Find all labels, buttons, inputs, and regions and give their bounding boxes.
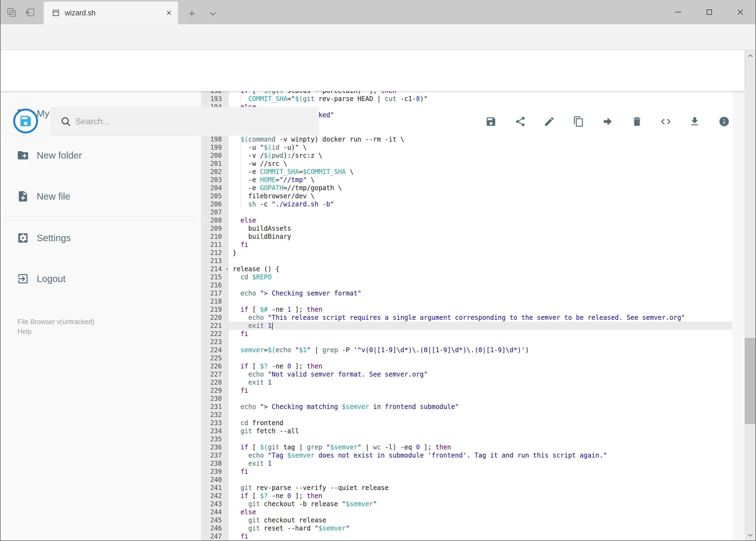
code-line[interactable]: 219 if [ $# -ne 1 ]; then <box>201 305 732 313</box>
code-line-text[interactable]: cd frontend <box>229 419 732 427</box>
code-line-text[interactable]: echo "Not valid semver format. See semve… <box>229 370 732 378</box>
code-line[interactable]: 236 if [ $(git tag | grep "$semver" | wc… <box>201 443 732 451</box>
code-line[interactable]: 214▾release () { <box>201 265 732 273</box>
code-line[interactable]: 222 fi <box>201 330 732 338</box>
code-line[interactable]: 238 exit 1 <box>201 459 732 467</box>
filebrowser-logo[interactable] <box>13 109 38 134</box>
code-line-text[interactable]: else <box>229 508 732 516</box>
code-line-text[interactable]: echo "> Checking matching $semver in fro… <box>229 403 732 411</box>
code-line[interactable]: 204 -e GOPATH=//tmp/gopath \ <box>201 184 732 192</box>
code-line-text[interactable]: if [ $# -ne 1 ]; then <box>229 305 732 313</box>
code-line-text[interactable]: buildAssets <box>229 225 732 233</box>
code-line-text[interactable]: git checkout release <box>229 516 732 524</box>
code-line-text[interactable] <box>229 338 732 346</box>
code-line-text[interactable]: git checkout -b release "$semver" <box>229 500 732 508</box>
code-line-text[interactable]: if [ $? -ne 0 ]; then <box>229 362 732 370</box>
code-line[interactable]: 212} <box>201 249 732 257</box>
code-line[interactable]: 209 buildAssets <box>201 225 732 233</box>
code-line-text[interactable] <box>229 411 732 419</box>
code-line-text[interactable]: echo "> Checking semver format" <box>229 289 732 297</box>
code-line[interactable]: 203 -e HOME="//tmp" \ <box>201 176 732 184</box>
code-line[interactable]: 240 <box>201 476 732 484</box>
code-line-text[interactable]: filebrowser/dev \ <box>229 192 732 200</box>
code-line[interactable]: 210 buildBinary <box>201 233 732 241</box>
code-line[interactable]: 198 $(command -v winpty) docker run --rm… <box>201 135 732 144</box>
maximize-button[interactable] <box>697 0 722 24</box>
code-line[interactable]: 239 fi <box>201 467 732 476</box>
scroll-down-icon[interactable] <box>745 529 756 541</box>
code-line-text[interactable] <box>229 435 732 443</box>
save-icon[interactable] <box>485 116 497 128</box>
code-line[interactable]: 202 -e COMMIT_SHA=$COMMIT_SHA \ <box>201 168 732 176</box>
code-line[interactable]: 208 else <box>201 216 732 225</box>
code-line-text[interactable]: -e GOPATH=//tmp/gopath \ <box>229 184 732 192</box>
code-line-text[interactable]: fi <box>229 467 732 476</box>
code-line-text[interactable]: -e COMMIT_SHA=$COMMIT_SHA \ <box>229 168 732 176</box>
code-line-text[interactable]: buildBinary <box>229 233 732 241</box>
code-line[interactable]: 193 COMMIT_SHA="$(git rev-parse HEAD | c… <box>201 95 732 103</box>
code-line-text[interactable]: git reset --hard "$semver" <box>229 524 732 532</box>
code-line[interactable]: 211 fi <box>201 241 732 249</box>
code-line[interactable]: 220 echo "This release script requires a… <box>201 313 732 322</box>
editor-scroll-track[interactable] <box>732 91 745 541</box>
code-line-text[interactable] <box>229 395 732 403</box>
code-line[interactable]: 234 git fetch --all <box>201 427 732 435</box>
code-line-text[interactable]: echo "Tag $semver does not exist in subm… <box>229 451 732 459</box>
code-line[interactable]: 199 -u "$(id -u)" \ <box>201 144 732 152</box>
code-icon[interactable] <box>660 116 672 128</box>
new-tab-icon[interactable] <box>184 6 200 21</box>
code-line[interactable]: 227 echo "Not valid semver format. See s… <box>201 370 732 378</box>
code-line-text[interactable]: release () { <box>229 265 732 273</box>
code-line[interactable]: 242 if [ $? -ne 0 ]; then <box>201 492 732 500</box>
sidebar-item-settings[interactable]: Settings <box>1 226 200 250</box>
code-line-text[interactable]: -u "$(id -u)" \ <box>229 144 732 152</box>
delete-icon[interactable] <box>631 116 643 128</box>
code-line[interactable]: 243 git checkout -b release "$semver" <box>201 500 732 508</box>
code-line[interactable]: 207 <box>201 208 732 216</box>
help-link[interactable]: Help <box>18 327 31 335</box>
code-line-text[interactable]: if [ $? -ne 0 ]; then <box>229 492 732 500</box>
code-line-text[interactable]: COMMIT_SHA="$(git rev-parse HEAD | cut -… <box>229 95 732 103</box>
code-line-text[interactable] <box>229 354 732 362</box>
page-scrollbar[interactable] <box>745 50 756 541</box>
code-line[interactable]: 235 <box>201 435 732 443</box>
code-line[interactable]: 216 <box>201 281 732 289</box>
tab-chevron-icon[interactable] <box>205 6 221 21</box>
code-line[interactable]: 213 <box>201 257 732 265</box>
info-icon[interactable] <box>718 116 730 128</box>
code-line-text[interactable]: cd $REPO <box>229 273 732 281</box>
sidebar-item-new-folder[interactable]: New folder <box>1 143 200 168</box>
code-line-text[interactable]: -e HOME="//tmp" \ <box>229 176 732 184</box>
code-line-text[interactable]: $(command -v winpty) docker run --rm -it… <box>229 135 732 144</box>
code-line[interactable]: 224 semver=$(echo "$1" | grep -P '^v(0|[… <box>201 346 732 354</box>
code-line-text[interactable]: fi <box>229 330 732 338</box>
code-line-text[interactable]: git rev-parse --verify --quiet release <box>229 484 732 492</box>
code-line-text[interactable] <box>229 208 732 216</box>
code-line-text[interactable]: if [ $(git tag | grep "$semver" | wc -l)… <box>229 443 732 451</box>
fold-arrow-icon[interactable]: ▾ <box>226 265 228 273</box>
code-line-text[interactable]: exit 1 <box>229 322 732 330</box>
code-line[interactable]: 215 cd $REPO <box>201 273 732 281</box>
sidebar-item-logout[interactable]: Logout <box>1 267 200 291</box>
code-line-text[interactable] <box>229 297 732 305</box>
code-line-text[interactable] <box>229 281 732 289</box>
set-tabs-aside-icon[interactable] <box>22 5 38 20</box>
code-line-text[interactable]: echo "This release script requires a sin… <box>229 313 732 322</box>
code-line[interactable]: 229 fi <box>201 386 732 395</box>
sidebar-item-new-file[interactable]: New file <box>1 184 200 209</box>
code-line[interactable]: 226 if [ $? -ne 0 ]; then <box>201 362 732 370</box>
code-line[interactable]: 228 exit 1 <box>201 378 732 386</box>
code-line-text[interactable] <box>229 476 732 484</box>
code-line[interactable]: 230 <box>201 395 732 403</box>
code-line[interactable]: 241 git rev-parse --verify --quiet relea… <box>201 484 732 492</box>
code-line[interactable]: 205 filebrowser/dev \ <box>201 192 732 200</box>
code-line-text[interactable]: fi <box>229 532 732 540</box>
scroll-up-icon[interactable] <box>745 50 756 62</box>
code-line[interactable]: 247 fi <box>201 532 732 540</box>
edit-icon[interactable] <box>543 116 555 128</box>
tab-close-icon[interactable]: ✕ <box>166 9 172 17</box>
code-line-text[interactable]: -w //src \ <box>229 160 732 168</box>
code-line-text[interactable]: -v /$(pwd):/src:z \ <box>229 152 732 160</box>
tab-preview-icon[interactable] <box>4 5 19 20</box>
code-line[interactable]: 225 <box>201 354 732 362</box>
